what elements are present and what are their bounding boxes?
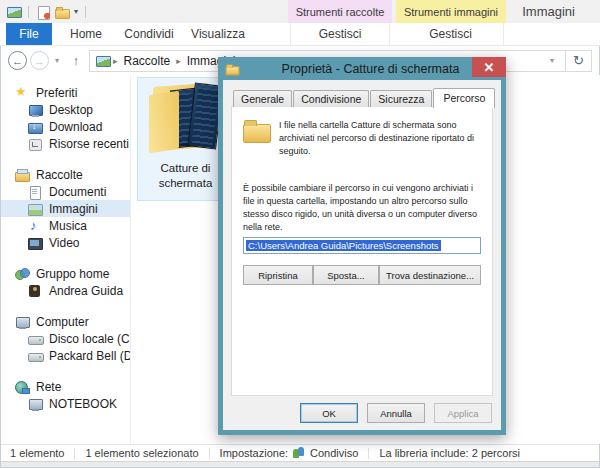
section-rete: Rete NOTEBOOK [0,378,130,412]
dialog-intro-text: I file nella cartella Catture di scherma… [279,119,481,158]
tab-condividi[interactable]: Condividi [118,23,180,45]
crumb-separator-icon: ▸ [113,56,118,66]
section-preferiti: Preferiti Desktop Download Risorse recen… [0,84,130,152]
libraries-icon [15,168,30,182]
explorer-window: ▾ Strumenti raccolte Strumenti immagini … [0,0,600,468]
dialog-body: Generale Condivisione Sicurezza Percorso… [223,80,501,430]
history-caret-icon[interactable]: ▾ [51,56,63,65]
sidebar-item-rete[interactable]: Rete [0,378,130,395]
applica-button: Applica [434,403,492,423]
video-icon [28,236,43,250]
tool-tab-library-tools[interactable]: Strumenti raccolte [288,0,392,23]
qat-dropdown-caret-icon[interactable]: ▾ [74,5,78,19]
sidebar-item-immagini[interactable]: Immagini [0,200,130,217]
sidebar-item-raccolte[interactable]: Raccolte [0,166,130,183]
percorso-tab-page: I file nella cartella Catture di scherma… [231,106,493,396]
section-raccolte: Raccolte Documenti Immagini Musica Video [0,166,130,251]
dialog-title: Proprietà - Catture di schermata [240,62,501,76]
section-computer: Computer Disco locale (C:) Packard Bell … [0,313,130,364]
sidebar-item-andrea-guida[interactable]: Andrea Guida [0,282,130,299]
up-icon[interactable]: ↑ [67,53,85,68]
monitor-icon [28,103,43,117]
computer-icon [28,397,43,411]
properties-icon[interactable] [36,5,51,19]
crumb-separator-icon: ▸ [176,56,181,66]
tab-gestisci-immagini[interactable]: Gestisci [398,23,504,45]
folder-info-row: I file nella cartella Catture di scherma… [243,119,481,158]
tab-percorso[interactable]: Percorso [433,88,495,108]
back-icon[interactable]: ← [8,51,27,70]
ok-button[interactable]: OK [300,403,358,423]
title-bar: ▾ Strumenti raccolte Strumenti immagini … [0,0,600,23]
dialog-folder-icon [225,62,239,75]
computer-icon [15,315,30,329]
download-folder-icon [28,120,43,134]
dialog-body-text: È possibile cambiare il percorso in cui … [243,182,481,234]
tab-gestisci-raccolte[interactable]: Gestisci [290,23,390,45]
bottom-edge-strip [0,461,600,468]
ribbon-tab-bar: File Home Condividi Visualizza Gestisci … [0,23,600,46]
tab-sicurezza[interactable]: Sicurezza [370,90,432,107]
status-items-count: 1 elemento [0,447,74,459]
crumb-raccolte[interactable]: Raccolte [121,54,174,68]
screenshots-folder-icon [145,81,227,157]
new-folder-icon[interactable] [55,5,70,19]
ripristina-button[interactable]: Ripristina [243,265,313,285]
sidebar-item-notebook[interactable]: NOTEBOOK [0,395,130,412]
sidebar-item-risorse-recenti[interactable]: Risorse recenti [0,135,130,152]
separator [28,6,29,18]
trova-destinazione-button[interactable]: Trova destinazione... [379,265,481,285]
dialog-title-bar[interactable]: Proprietà - Catture di schermata ✕ [223,57,501,80]
tab-generale[interactable]: Generale [233,90,292,107]
sidebar-item-video[interactable]: Video [0,234,130,251]
location-icon [95,54,110,68]
window-title: Immagini [522,0,575,23]
status-library-info: La libreria include: 2 percorsi [369,447,530,459]
path-selected-text: C:\Users\Andrea Guida\Pictures\Screensho… [246,240,441,251]
dialog-action-buttons: Ripristina Sposta... Trova destinazione.… [243,265,481,285]
properties-dialog: Proprietà - Catture di schermata ✕ Gener… [218,57,506,435]
sidebar-item-musica[interactable]: Musica [0,217,130,234]
sidebar-item-preferiti[interactable]: Preferiti [0,84,130,101]
separator [85,6,86,18]
sposta-button[interactable]: Sposta... [313,265,379,285]
shared-people-icon [292,447,306,459]
sidebar-item-desktop[interactable]: Desktop [0,101,130,118]
document-icon [28,185,43,199]
sidebar-item-disco-locale-c[interactable]: Disco locale (C:) [0,330,130,347]
annulla-button[interactable]: Annulla [367,403,425,423]
status-sharing-setting: Impostazione: Condiviso [210,447,369,459]
tab-file[interactable]: File [6,23,52,45]
path-input[interactable]: C:\Users\Andrea Guida\Pictures\Screensho… [243,237,481,254]
sidebar-item-computer[interactable]: Computer [0,313,130,330]
status-bar: 1 elemento 1 elemento selezionato Impost… [0,444,600,461]
close-icon[interactable]: ✕ [472,57,506,77]
sidebar-item-packard-bell-d[interactable]: Packard Bell (D:) [0,347,130,364]
tab-visualizza[interactable]: Visualizza [186,23,250,45]
drive-icon [28,349,43,363]
section-gruppo-home: Gruppo home Andrea Guida [0,265,130,299]
quick-access-toolbar: ▾ [0,0,89,23]
explorer-app-icon [6,5,21,19]
forward-icon[interactable]: → [30,51,49,70]
music-icon [28,219,43,233]
dialog-tab-strip: Generale Condivisione Sicurezza Percorso [231,87,493,107]
sidebar-item-gruppo-home[interactable]: Gruppo home [0,265,130,282]
sidebar-item-documenti[interactable]: Documenti [0,183,130,200]
folder-icon [243,119,271,143]
tab-condivisione[interactable]: Condivisione [293,90,369,107]
refresh-icon[interactable]: ↻ [566,50,592,72]
pictures-icon [28,202,43,216]
tool-tab-picture-tools[interactable]: Strumenti immagini [396,0,506,23]
navigation-pane: Preferiti Desktop Download Risorse recen… [0,75,131,444]
sidebar-item-download[interactable]: Download [0,118,130,135]
user-icon [28,284,43,298]
address-dropdown-icon[interactable]: ▾ [544,56,560,65]
drive-icon [28,332,43,346]
network-icon [15,380,30,394]
tab-home[interactable]: Home [60,23,112,45]
dialog-footer: OK Annulla Applica [231,396,493,430]
star-icon [15,86,30,100]
status-selected-count: 1 elemento selezionato [75,447,208,459]
homegroup-icon [15,267,30,281]
